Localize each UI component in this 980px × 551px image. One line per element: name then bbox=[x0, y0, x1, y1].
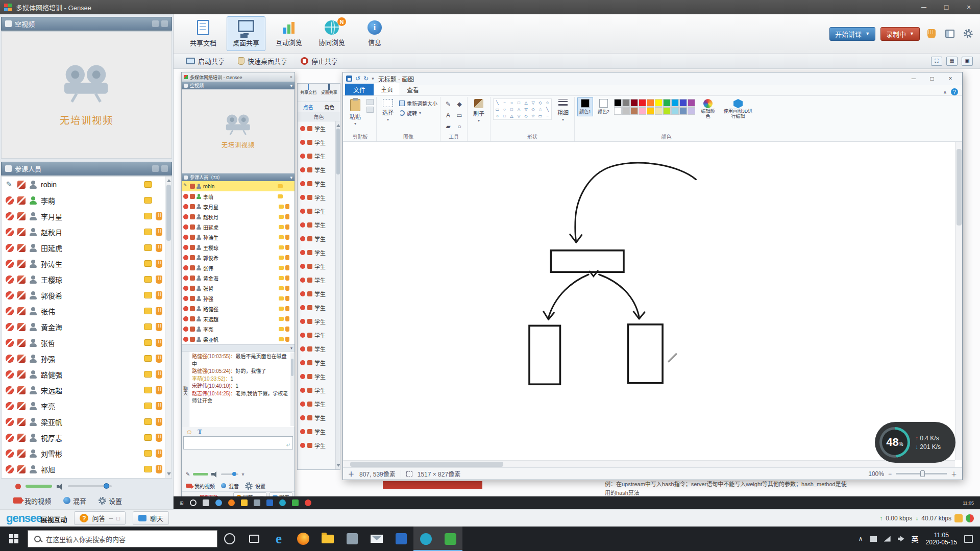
shape-button[interactable]: ╲ bbox=[544, 106, 551, 112]
roster-row[interactable]: 学生 bbox=[298, 383, 340, 397]
scrollbar[interactable] bbox=[335, 121, 340, 469]
zoom-in-button[interactable]: ＋ bbox=[951, 469, 957, 478]
paint-tool-button[interactable]: A bbox=[443, 110, 453, 120]
chat-bubble-icon[interactable] bbox=[144, 308, 152, 314]
stop-share-button[interactable]: 停止共享 bbox=[301, 56, 338, 66]
layout-button[interactable] bbox=[943, 28, 957, 40]
file-explorer-button[interactable] bbox=[315, 527, 340, 551]
tab-share-document[interactable]: 共享文档 bbox=[184, 16, 223, 51]
shape-button[interactable]: ○ bbox=[494, 113, 501, 119]
horizontal-scrollbar[interactable] bbox=[343, 460, 955, 467]
roster-row[interactable]: 学生 bbox=[298, 314, 340, 328]
shape-button[interactable]: ~ bbox=[544, 113, 551, 119]
edge-button[interactable]: e bbox=[266, 527, 291, 551]
scrollbar-thumb[interactable] bbox=[336, 129, 340, 174]
start-share-button[interactable]: 启动共享 bbox=[186, 56, 225, 66]
roster-row[interactable]: 学生 bbox=[298, 232, 340, 245]
roster-row[interactable]: 学生 bbox=[298, 259, 340, 273]
roster-row[interactable]: 学生 bbox=[298, 218, 340, 232]
roster-row[interactable]: 学生 bbox=[298, 438, 340, 452]
nested-participant-row[interactable]: 宋远超 bbox=[182, 314, 295, 324]
network-gauge[interactable]: 48% ↑ 0.4 K/s ↓ 201 K/s bbox=[875, 422, 955, 463]
participant-row[interactable]: 祝厚志 bbox=[2, 430, 172, 445]
shape-button[interactable]: ○ bbox=[508, 99, 515, 106]
chat-bubble-icon[interactable] bbox=[144, 260, 152, 267]
menu-icon[interactable] bbox=[161, 165, 168, 172]
chat-bubble-icon[interactable] bbox=[144, 371, 152, 378]
copy-icon[interactable] bbox=[366, 107, 374, 113]
action-center-icon[interactable] bbox=[964, 535, 973, 543]
chat-bubble-icon[interactable] bbox=[144, 292, 152, 298]
roll-call-button[interactable]: 点名 bbox=[298, 103, 319, 111]
paint-tool-button[interactable]: ▭ bbox=[454, 110, 464, 120]
volume-slider[interactable] bbox=[68, 485, 112, 487]
roster-row[interactable]: 学生 bbox=[298, 149, 340, 163]
roster-row[interactable]: 学生 bbox=[298, 245, 340, 259]
nested-participant-row[interactable]: 孙涛生 bbox=[182, 232, 295, 242]
nested-taskbar-app-icon[interactable] bbox=[305, 499, 311, 506]
redo-icon[interactable]: ↻ bbox=[363, 75, 369, 82]
participant-row[interactable]: 刘雪彬 bbox=[2, 445, 172, 461]
settings-button[interactable]: 设置 bbox=[99, 496, 122, 506]
roster-row[interactable]: 学生 bbox=[298, 342, 340, 356]
zoom-slider[interactable] bbox=[896, 473, 947, 474]
chat-bubble-icon[interactable] bbox=[144, 355, 152, 362]
edit-colors-button[interactable]: 编辑颜色 bbox=[698, 97, 718, 121]
roster-row[interactable]: 学生 bbox=[298, 163, 340, 177]
paint-canvas[interactable] bbox=[343, 142, 955, 460]
close-button[interactable]: × bbox=[942, 73, 959, 84]
tab-home[interactable]: 主页 bbox=[374, 83, 400, 95]
volume-slider[interactable] bbox=[221, 473, 238, 475]
nested-gensee-window[interactable]: 多媒体网络培训 - Gensee× 空视频▾ 无培训视频 参课人员（73）▾ r… bbox=[181, 72, 295, 503]
participant-row[interactable]: 宋远超 bbox=[2, 382, 172, 398]
color-swatch[interactable] bbox=[630, 99, 638, 107]
nested-participant-row[interactable]: 田延虎 bbox=[182, 222, 295, 232]
roster-row[interactable]: 学生 bbox=[298, 204, 340, 218]
tab-desktop-share[interactable]: 桌面共享 bbox=[227, 16, 265, 51]
shape-button[interactable]: △ bbox=[508, 113, 515, 119]
chat-bubble-icon[interactable] bbox=[144, 181, 152, 188]
participant-row[interactable]: 孙强 bbox=[2, 350, 172, 366]
shape-button[interactable]: □ bbox=[501, 113, 508, 119]
minimize-button[interactable]: ─ bbox=[913, 0, 935, 14]
tab-file[interactable]: 文件 bbox=[345, 84, 374, 95]
chat-collapse-bar[interactable]: ▾ bbox=[182, 344, 295, 352]
shape-button[interactable]: ◇ bbox=[530, 106, 536, 112]
participant-row[interactable]: 郭俊希 bbox=[2, 287, 172, 303]
chat-bubble-icon[interactable] bbox=[144, 244, 152, 251]
participant-row[interactable]: 张哲 bbox=[2, 335, 172, 350]
shape-button[interactable]: △ bbox=[523, 99, 529, 106]
chat-dock-button[interactable]: 聊天 bbox=[133, 511, 169, 525]
paint-tool-button[interactable]: ◆ bbox=[454, 99, 464, 109]
shape-button[interactable]: ◇ bbox=[523, 113, 529, 119]
nested-participant-row[interactable]: 李月星 bbox=[182, 202, 295, 212]
color-swatch[interactable] bbox=[639, 107, 646, 115]
brushes-button[interactable]: 刷子▾ bbox=[470, 97, 487, 124]
settings-button[interactable]: 设置 bbox=[245, 482, 265, 490]
shape-button[interactable]: ▽ bbox=[530, 99, 536, 106]
paint-tool-button[interactable]: ▰ bbox=[443, 121, 453, 132]
shape-button[interactable]: ▭ bbox=[537, 113, 544, 119]
collapse-icon[interactable] bbox=[161, 20, 168, 27]
chat-bubble-icon[interactable] bbox=[144, 434, 152, 441]
help-icon[interactable]: ? bbox=[951, 88, 958, 95]
participant-row[interactable]: 梁亚帆 bbox=[2, 414, 172, 430]
raise-hand-button[interactable] bbox=[925, 28, 938, 40]
color-swatch[interactable] bbox=[614, 99, 622, 107]
nested-participant-row[interactable]: 孙强 bbox=[182, 293, 295, 304]
shape-button[interactable]: ▽ bbox=[523, 106, 529, 112]
shape-button[interactable]: ▽ bbox=[516, 113, 522, 119]
swap-view-button[interactable]: ▣ bbox=[962, 57, 973, 66]
roster-row[interactable]: 学生 bbox=[298, 121, 340, 135]
chat-bubble-icon[interactable] bbox=[144, 323, 152, 330]
participant-row[interactable]: 李萌 bbox=[2, 192, 172, 208]
text-format-button[interactable]: T bbox=[198, 428, 202, 436]
participant-row[interactable]: 路健强 bbox=[2, 366, 172, 382]
shape-button[interactable]: ╲ bbox=[494, 99, 501, 106]
size-button[interactable]: 粗细▾ bbox=[554, 97, 572, 123]
color-swatch[interactable] bbox=[622, 99, 630, 107]
hand-list-icon[interactable] bbox=[152, 165, 159, 172]
roster-row[interactable]: 学生 bbox=[298, 369, 340, 383]
scrollbar-thumb[interactable] bbox=[166, 185, 171, 241]
chat-bubble-icon[interactable] bbox=[144, 229, 152, 235]
